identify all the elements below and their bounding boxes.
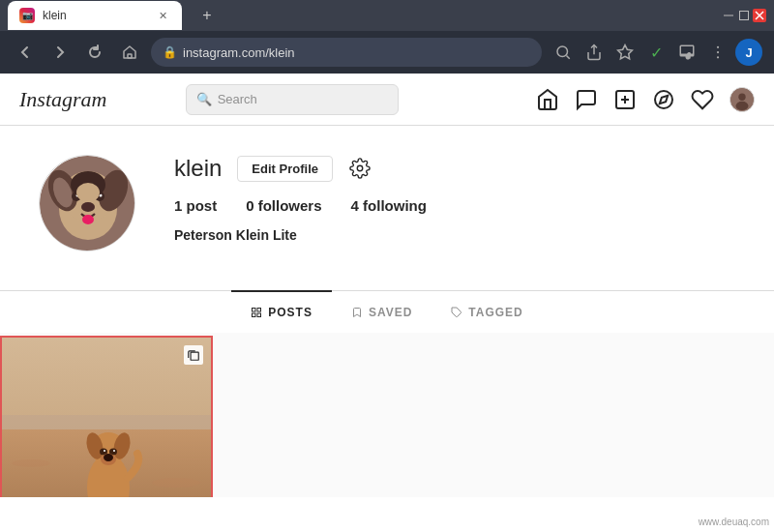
search-toolbar-button[interactable] [550,39,577,66]
add-post-icon[interactable] [613,88,637,111]
svg-point-11 [717,56,719,58]
svg-point-19 [736,101,749,109]
svg-point-5 [557,46,568,57]
home-icon[interactable] [536,88,559,111]
new-tab-button[interactable]: + [194,2,221,29]
profile-tabs: POSTS SAVED TAGGED [0,290,774,333]
bookmark-button[interactable] [611,39,639,66]
profile-full-name: Peterson Klein Lite [174,227,735,243]
svg-point-55 [113,450,115,452]
edit-profile-button[interactable]: Edit Profile [237,156,333,182]
svg-point-33 [82,215,94,224]
window-controls [722,9,766,22]
svg-rect-38 [257,309,261,312]
svg-point-18 [738,93,745,100]
svg-rect-39 [253,313,256,317]
maximize-button[interactable] [737,9,751,22]
home-button[interactable] [116,39,143,66]
lock-icon: 🔒 [163,45,177,59]
watermark: www.deuaq.com [699,517,769,527]
ig-content: klein Edit Profile 1 pos [0,126,774,497]
svg-rect-37 [253,309,256,312]
ig-header-icons [536,87,755,112]
post-item[interactable] [0,336,213,497]
profile-header: klein Edit Profile 1 pos [39,155,735,251]
svg-rect-0 [724,15,733,16]
minimize-button[interactable] [722,9,735,22]
explore-icon[interactable] [652,88,675,111]
settings-icon[interactable] [348,157,372,180]
search-input[interactable] [218,92,388,106]
post-multi-icon [184,345,203,365]
url-bar[interactable]: 🔒 instagram.com/klein [151,38,542,67]
svg-point-57 [104,454,113,461]
toolbar-icons: ✓ J [550,39,762,66]
svg-rect-67 [191,352,198,360]
browser-profile[interactable]: J [735,39,762,66]
tab-title: klein [43,9,147,22]
svg-point-54 [104,450,105,452]
profile-section: klein Edit Profile 1 pos [0,126,774,290]
posts-grid [0,333,774,497]
profile-info: klein Edit Profile 1 pos [174,155,735,243]
tab-saved-label: SAVED [369,306,412,319]
tab-close-button[interactable]: ✕ [155,8,170,23]
post-image [2,338,213,497]
extensions-button[interactable] [673,39,700,66]
address-bar: 🔒 instagram.com/klein ✓ J [0,31,774,74]
svg-point-45 [12,459,50,467]
ig-header: Instagram 🔍 [0,74,774,126]
share-button[interactable] [580,39,608,66]
menu-button[interactable] [704,39,731,66]
profile-avatar[interactable] [39,155,135,251]
refresh-button[interactable] [81,39,108,66]
svg-line-6 [566,55,569,58]
profile-username: klein [174,155,222,182]
tab-tagged-label: TAGGED [468,306,522,319]
tab-posts[interactable]: POSTS [231,290,332,333]
tab-saved[interactable]: SAVED [332,290,432,333]
search-icon: 🔍 [196,92,212,106]
svg-point-15 [655,91,672,108]
title-bar: 📷 klein ✕ + [0,0,774,31]
svg-rect-40 [257,313,261,317]
followers-stat[interactable]: 0 followers [246,197,321,214]
search-bar[interactable]: 🔍 [186,84,399,115]
svg-point-35 [76,183,100,202]
browser-window: 📷 klein ✕ + [0,0,774,74]
avatar-image [40,156,135,251]
close-button[interactable] [753,9,766,22]
tab-posts-label: POSTS [268,306,313,319]
instagram-logo: Instagram [19,87,106,112]
messenger-icon[interactable] [575,88,598,111]
svg-point-46 [152,478,200,488]
profile-stats: 1 post 0 followers 4 following [174,197,735,214]
svg-rect-4 [128,54,132,58]
svg-rect-43 [2,415,213,429]
tab-tagged[interactable]: TAGGED [432,290,542,333]
posts-stat[interactable]: 1 post [174,197,217,214]
profile-top-row: klein Edit Profile [174,155,735,182]
instagram-page: Instagram 🔍 [0,74,774,497]
following-stat[interactable]: 4 following [351,197,427,214]
browser-tab[interactable]: 📷 klein ✕ [8,1,182,30]
notifications-icon[interactable] [691,88,714,111]
tab-favicon: 📷 [19,8,35,23]
back-button[interactable] [12,39,39,66]
svg-point-9 [717,46,719,48]
url-text: instagram.com/klein [183,45,295,60]
user-avatar-icon[interactable] [729,87,755,112]
forward-button[interactable] [46,39,74,66]
svg-marker-8 [618,45,633,59]
svg-rect-1 [740,12,749,20]
svg-point-36 [357,165,363,171]
svg-point-32 [81,202,95,212]
svg-marker-16 [660,95,668,103]
verified-icon: ✓ [642,39,670,66]
svg-point-10 [717,51,719,53]
